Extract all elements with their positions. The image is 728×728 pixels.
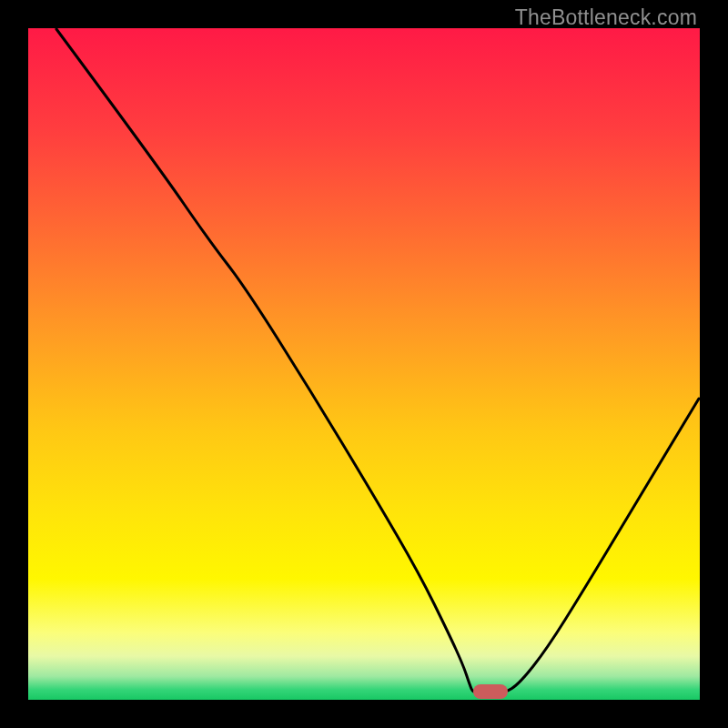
watermark-label: TheBottleneck.com — [515, 5, 697, 30]
bottleneck-curve — [28, 28, 700, 700]
chart-frame: TheBottleneck.com — [0, 0, 728, 728]
optimal-marker — [473, 684, 508, 699]
plot-area — [28, 28, 700, 700]
